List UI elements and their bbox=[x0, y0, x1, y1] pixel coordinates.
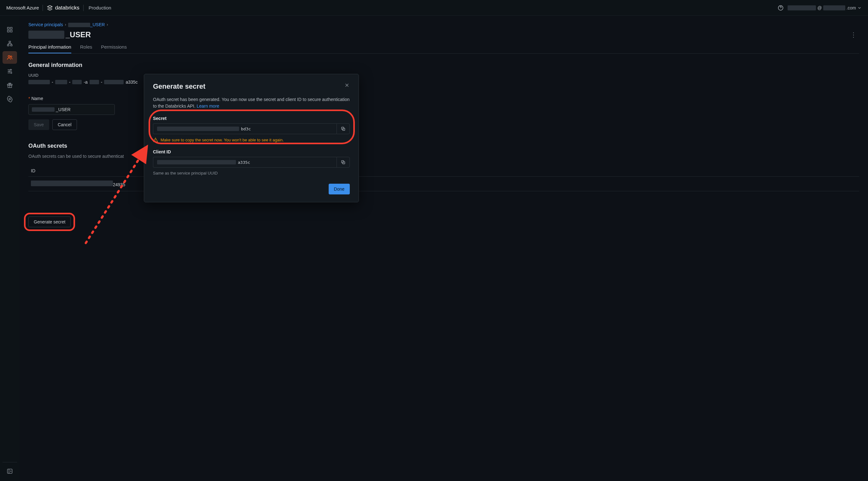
close-icon[interactable] bbox=[344, 82, 350, 88]
brand-azure: Microsoft Azure bbox=[6, 5, 39, 10]
tabs: Principal information Roles Permissions bbox=[28, 42, 859, 54]
topbar: Microsoft Azure databricks Production @ … bbox=[0, 0, 868, 16]
svg-point-12 bbox=[11, 72, 12, 73]
client-id-hint: Same as the service principal UUID bbox=[153, 171, 350, 176]
sitemap-icon bbox=[7, 40, 13, 47]
svg-rect-7 bbox=[11, 44, 12, 46]
copy-icon bbox=[341, 160, 346, 165]
cancel-button[interactable]: Cancel bbox=[52, 119, 77, 130]
gift-icon bbox=[7, 82, 13, 88]
topbar-left: Microsoft Azure databricks Production bbox=[6, 5, 111, 11]
secret-label: Secret bbox=[153, 116, 350, 121]
svg-point-10 bbox=[10, 69, 11, 70]
user-suffix: .com bbox=[846, 5, 856, 10]
name-input[interactable]: _USER bbox=[28, 104, 115, 115]
main-content: Service principals › _USER › _USER ⋮ Pri… bbox=[20, 16, 868, 481]
sidebar-item-workspaces[interactable] bbox=[2, 23, 17, 36]
general-info-heading: General information bbox=[28, 62, 859, 68]
svg-rect-2 bbox=[10, 27, 12, 29]
generate-secret-modal: Generate secret OAuth secret has been ge… bbox=[144, 74, 359, 202]
sliders-icon bbox=[7, 68, 13, 74]
chevron-down-icon bbox=[857, 6, 862, 10]
sidebar-collapse[interactable] bbox=[2, 462, 17, 475]
tab-roles[interactable]: Roles bbox=[80, 42, 92, 53]
secret-warning: Make sure to copy the secret now. You wo… bbox=[153, 137, 350, 142]
tab-permissions[interactable]: Permissions bbox=[101, 42, 127, 53]
svg-rect-3 bbox=[7, 30, 9, 32]
brand-separator bbox=[42, 5, 43, 11]
svg-rect-5 bbox=[9, 41, 11, 42]
modal-description: OAuth secret has been generated. You can… bbox=[153, 96, 350, 110]
collapse-icon bbox=[7, 468, 13, 474]
warning-icon bbox=[153, 137, 158, 142]
svg-rect-4 bbox=[10, 30, 12, 32]
sidebar bbox=[0, 16, 20, 481]
sidebar-item-catalog[interactable] bbox=[2, 37, 17, 50]
svg-point-11 bbox=[9, 71, 10, 72]
svg-point-8 bbox=[8, 56, 10, 57]
sidebar-item-settings[interactable] bbox=[2, 93, 17, 106]
databricks-logo-icon bbox=[47, 5, 53, 11]
sidebar-item-preview[interactable] bbox=[2, 79, 17, 92]
sidebar-item-users[interactable] bbox=[2, 51, 17, 64]
svg-point-15 bbox=[9, 98, 11, 100]
client-id-value[interactable]: a335c bbox=[153, 157, 337, 168]
more-menu-button[interactable]: ⋮ bbox=[848, 30, 859, 39]
breadcrumb: Service principals › _USER › bbox=[28, 22, 859, 27]
page-title: _USER bbox=[28, 30, 91, 39]
user-redacted-domain bbox=[823, 5, 845, 10]
tab-principal-info[interactable]: Principal information bbox=[28, 42, 71, 53]
user-menu[interactable]: @ .com bbox=[787, 5, 862, 10]
brand-databricks[interactable]: databricks bbox=[47, 5, 79, 11]
client-id-label: Client ID bbox=[153, 149, 350, 154]
grid-icon bbox=[7, 27, 13, 33]
secret-value[interactable]: bd3c bbox=[153, 123, 337, 134]
save-button: Save bbox=[28, 119, 49, 130]
chevron-right-icon-2: › bbox=[106, 22, 108, 27]
sidebar-item-settings-sliders[interactable] bbox=[2, 65, 17, 78]
done-button[interactable]: Done bbox=[329, 184, 350, 194]
brand-separator-2 bbox=[83, 5, 84, 11]
user-redacted-prefix bbox=[787, 5, 816, 10]
copy-client-id-button[interactable] bbox=[337, 157, 350, 168]
svg-rect-6 bbox=[7, 44, 9, 46]
svg-line-21 bbox=[86, 148, 146, 243]
gear-icon bbox=[7, 96, 13, 102]
topbar-right: @ .com bbox=[777, 5, 862, 11]
copy-secret-button[interactable] bbox=[337, 123, 350, 134]
learn-more-link[interactable]: Learn more bbox=[197, 103, 219, 109]
svg-point-9 bbox=[10, 56, 12, 57]
help-icon[interactable] bbox=[777, 5, 784, 11]
users-icon bbox=[7, 54, 13, 61]
modal-title: Generate secret bbox=[153, 82, 205, 91]
generate-secret-button[interactable]: Generate secret bbox=[28, 216, 71, 227]
svg-rect-1 bbox=[7, 27, 9, 29]
breadcrumb-current[interactable]: _USER bbox=[68, 22, 105, 27]
user-at: @ bbox=[817, 5, 822, 10]
environment-label: Production bbox=[89, 5, 111, 10]
chevron-right-icon: › bbox=[65, 22, 66, 27]
breadcrumb-root[interactable]: Service principals bbox=[28, 22, 63, 27]
brand-databricks-text: databricks bbox=[55, 5, 79, 11]
copy-icon bbox=[341, 126, 346, 131]
